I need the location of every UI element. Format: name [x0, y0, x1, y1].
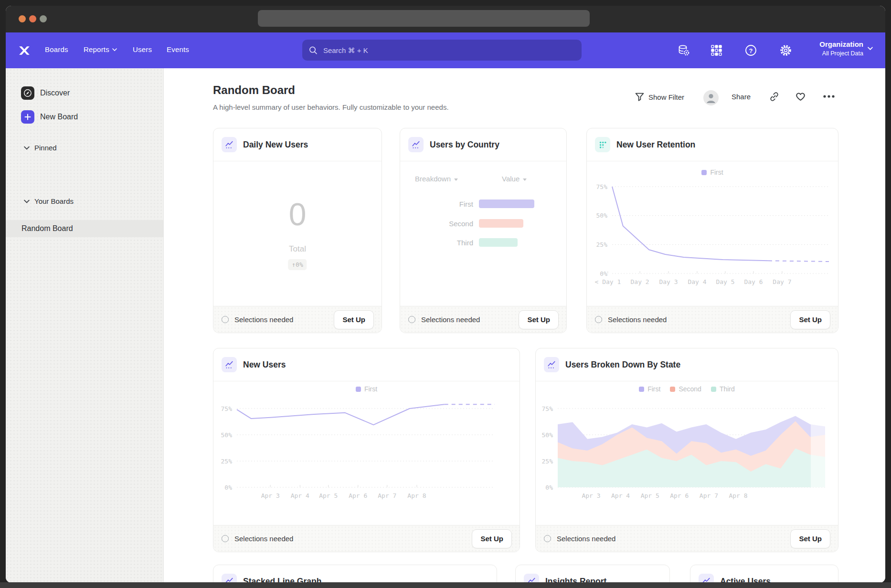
favorite-button[interactable]: [795, 91, 806, 101]
data-settings-icon[interactable]: [678, 44, 690, 57]
bar-label: Second: [416, 220, 473, 228]
card-title: Stacked Line Graph: [243, 577, 321, 583]
status-icon: [595, 316, 602, 323]
chevron-down-icon: [523, 178, 527, 183]
share-button[interactable]: Share: [732, 93, 751, 101]
set-up-button[interactable]: Set Up: [790, 310, 830, 329]
svg-text:Apr 4: Apr 4: [291, 492, 309, 499]
org-name: Organization: [819, 39, 863, 50]
org-project: All Project Data: [819, 50, 863, 57]
card-title: New User Retention: [616, 140, 695, 150]
svg-text:50%: 50%: [596, 212, 608, 219]
sidebar-item-discover[interactable]: Discover: [6, 86, 179, 100]
set-up-button[interactable]: Set Up: [519, 310, 559, 329]
avatar[interactable]: [703, 90, 719, 105]
close-button[interactable]: [19, 15, 26, 22]
nav-reports[interactable]: Reports: [84, 45, 117, 53]
status-text: Selections needed: [234, 535, 293, 543]
svg-text:Apr 6: Apr 6: [349, 492, 367, 499]
chart-legend: First: [213, 385, 520, 393]
card-title: Daily New Users: [243, 140, 308, 150]
window-titlebar: [6, 6, 885, 32]
search-input[interactable]: [322, 46, 575, 55]
line-chart-icon: [222, 574, 237, 583]
card-insights-report[interactable]: Insights Report: [515, 565, 670, 583]
org-switcher[interactable]: Organization All Project Data: [819, 39, 863, 57]
metric-label: Total: [213, 244, 382, 254]
card-stacked-line-graph[interactable]: Stacked Line Graph: [213, 565, 497, 583]
zoom-button[interactable]: [40, 15, 47, 22]
set-up-button[interactable]: Set Up: [334, 310, 374, 329]
card-daily-new-users[interactable]: Daily New Users 0 Total ↑0% Selections n…: [213, 128, 382, 333]
compass-icon: [21, 86, 34, 100]
chevron-down-icon: [454, 178, 458, 183]
set-up-button[interactable]: Set Up: [472, 529, 512, 548]
card-title: New Users: [243, 360, 286, 370]
global-search[interactable]: [302, 40, 582, 61]
sidebar: Discover New Board Pinned Random Board Y…: [6, 68, 164, 583]
search-icon: [309, 46, 318, 55]
copy-link-button[interactable]: [769, 92, 779, 102]
line-chart-icon: [222, 137, 237, 152]
card-new-users[interactable]: New Users First 75%50%25%0%Apr 3Apr 4Apr…: [213, 348, 520, 552]
status-icon: [222, 535, 229, 542]
retention-dots-icon: [595, 137, 610, 152]
set-up-button[interactable]: Set Up: [790, 529, 830, 548]
svg-text:Day 2: Day 2: [631, 278, 649, 285]
more-options-button[interactable]: [823, 94, 835, 98]
svg-text:Day 5: Day 5: [716, 278, 734, 285]
bar-first: [479, 200, 534, 208]
chevron-down-icon: [24, 146, 30, 150]
card-users-by-country[interactable]: Users by Country Breakdown Value First S…: [400, 128, 567, 333]
metric-delta-badge: ↑0%: [288, 259, 307, 270]
sidebar-section-pinned[interactable]: Pinned: [6, 144, 181, 152]
bar-second: [479, 219, 523, 228]
nav-users[interactable]: Users: [133, 45, 152, 53]
bar-label: First: [416, 200, 473, 208]
sidebar-section-your-boards[interactable]: Your Boards: [6, 197, 181, 205]
card-title: Active Users: [720, 577, 771, 583]
breakdown-dropdown[interactable]: Breakdown: [415, 175, 458, 183]
card-title: Users by Country: [430, 140, 499, 150]
bar-label: Third: [416, 239, 473, 247]
card-title: Users Broken Down By State: [565, 360, 680, 370]
svg-text:< Day 1: < Day 1: [595, 278, 621, 285]
svg-text:Day 4: Day 4: [688, 278, 706, 285]
svg-text:Apr 4: Apr 4: [611, 492, 630, 499]
help-icon[interactable]: ?: [744, 44, 757, 57]
browser-address-bar[interactable]: [258, 10, 590, 27]
chart-legend: First Second Third: [536, 385, 838, 393]
sidebar-item-random-board[interactable]: Random Board: [6, 220, 163, 237]
status-icon: [408, 316, 415, 323]
mixpanel-logo-icon[interactable]: [18, 44, 31, 57]
svg-text:0%: 0%: [600, 270, 607, 277]
svg-text:Apr 8: Apr 8: [407, 492, 426, 499]
filter-icon: [635, 93, 644, 101]
value-dropdown[interactable]: Value: [502, 175, 527, 183]
retention-line-chart: 75%50%25%0%< Day 1Day 2Day 3Day 4Day 5Da…: [587, 179, 838, 289]
svg-text:25%: 25%: [596, 241, 608, 248]
svg-text:25%: 25%: [542, 458, 553, 465]
more-icon: [823, 94, 835, 98]
status-text: Selections needed: [557, 535, 615, 543]
link-icon: [769, 92, 779, 102]
nav-events[interactable]: Events: [167, 45, 189, 53]
svg-text:Apr 5: Apr 5: [641, 492, 659, 499]
card-new-user-retention[interactable]: New User Retention First 75%50%25%0%< Da…: [586, 128, 838, 333]
minimize-button[interactable]: [29, 15, 36, 22]
line-chart-icon: [699, 574, 714, 583]
nav-boards[interactable]: Boards: [45, 45, 68, 53]
apps-grid-icon[interactable]: [710, 44, 723, 57]
svg-text:?: ?: [749, 47, 753, 54]
card-active-users[interactable]: Active Users: [690, 565, 838, 583]
bar-third: [479, 238, 518, 247]
stacked-area-chart: 75%50%25%0%Apr 3Apr 4Apr 5Apr 6Apr 7Apr …: [536, 401, 838, 506]
svg-text:Day 7: Day 7: [773, 278, 791, 285]
line-chart-icon: [544, 357, 559, 372]
gear-icon[interactable]: [779, 44, 792, 57]
chevron-down-icon: [868, 47, 873, 50]
sidebar-item-new-board[interactable]: New Board: [6, 110, 179, 124]
status-icon: [222, 316, 229, 323]
card-users-by-state[interactable]: Users Broken Down By State First Second …: [535, 348, 838, 552]
show-filter-button[interactable]: Show Filter: [635, 93, 684, 101]
